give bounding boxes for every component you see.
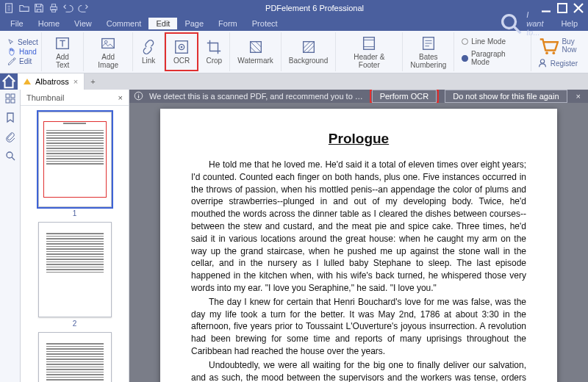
print-icon[interactable] <box>49 3 59 13</box>
ribbon-right: Buy Now Register <box>531 32 584 71</box>
menu-form[interactable]: Form <box>211 18 245 29</box>
bookmark-icon[interactable] <box>4 112 16 123</box>
svg-point-11 <box>181 46 183 48</box>
svg-rect-2 <box>51 4 55 7</box>
edit-tool[interactable]: Edit <box>7 57 32 65</box>
header-footer-button[interactable]: Header & Footer <box>340 34 398 71</box>
doc-paragraph: He told me that he loved me. He'd said i… <box>191 159 526 295</box>
line-mode-radio[interactable]: Line Mode <box>462 37 506 46</box>
undo-icon[interactable] <box>63 3 74 13</box>
paragraph-mode-radio[interactable]: Paragraph Mode <box>462 50 523 66</box>
window-title: PDFelement 6 Professional <box>93 4 537 12</box>
radio-on-icon <box>462 55 468 62</box>
document-tab[interactable]: Albatross × <box>18 73 85 90</box>
menu-view[interactable]: View <box>67 18 99 29</box>
svg-rect-21 <box>6 99 10 103</box>
register-button[interactable]: Register <box>537 58 578 68</box>
side-toolbar <box>0 90 21 382</box>
document-tab-bar: Albatross × + <box>0 73 588 90</box>
info-icon <box>134 91 143 102</box>
select-tool[interactable]: Select <box>7 38 38 46</box>
hand-tool[interactable]: Hand <box>7 47 37 56</box>
svg-rect-4 <box>558 4 567 12</box>
text-icon <box>54 35 71 51</box>
attachment-icon[interactable] <box>4 131 16 143</box>
add-image-button[interactable]: Add Image <box>88 34 128 71</box>
tool-mode-group: Select Hand Edit <box>4 32 42 71</box>
background-button[interactable]: Background <box>286 37 331 66</box>
menu-protect[interactable]: Protect <box>245 18 285 29</box>
banner-close-icon[interactable]: × <box>573 92 584 101</box>
app-icon <box>4 3 15 13</box>
home-tab-button[interactable] <box>0 73 18 90</box>
crop-icon <box>206 39 222 55</box>
quick-access <box>0 3 93 13</box>
document-area: We detect this is a scanned PDF, and rec… <box>129 90 588 382</box>
watermark-icon <box>248 39 264 55</box>
thumbnail-panel: Thumbnail × 1 2 3 <box>21 90 129 382</box>
svg-rect-20 <box>11 94 15 98</box>
watermark-button[interactable]: Watermark <box>234 37 276 66</box>
thumbnail-panel-close[interactable]: × <box>118 93 123 102</box>
page-number: 2 <box>38 320 112 328</box>
tab-title: Albatross <box>35 77 69 86</box>
thumbnail-panel-title: Thumbnail <box>26 93 64 102</box>
radio-off-icon <box>462 38 468 45</box>
svg-point-16 <box>545 51 548 54</box>
buy-now-button[interactable]: Buy Now <box>537 35 578 57</box>
thumbnail-panel-icon[interactable] <box>4 93 16 104</box>
menu-bar: File Home View Comment Edit Page Form Pr… <box>0 16 588 31</box>
thumbnail-list[interactable]: 1 2 3 <box>21 106 129 382</box>
svg-point-18 <box>540 60 544 63</box>
add-text-button[interactable]: Add Text <box>46 34 79 71</box>
doc-heading: Prologue <box>191 131 526 147</box>
link-icon <box>140 39 157 55</box>
menu-comment[interactable]: Comment <box>99 18 149 29</box>
bates-button[interactable]: Bates Numbering <box>407 34 449 71</box>
header-footer-icon <box>361 35 377 51</box>
ocr-icon <box>173 39 190 55</box>
svg-point-23 <box>7 152 12 158</box>
open-icon[interactable] <box>19 3 29 13</box>
background-icon <box>301 39 317 55</box>
pdf-page[interactable]: Prologue He told me that he loved me. He… <box>160 109 557 382</box>
thumbnail-page[interactable]: 2 <box>38 222 112 328</box>
perform-ocr-button[interactable]: Perform OCR <box>372 90 437 103</box>
image-icon <box>100 35 116 51</box>
svg-rect-19 <box>6 94 10 98</box>
doc-paragraph: Undoubtedly, we were all waiting for the… <box>191 359 526 382</box>
crop-button[interactable]: Crop <box>203 37 225 66</box>
thumbnail-page[interactable]: 1 <box>38 112 112 217</box>
menu-page[interactable]: Page <box>177 18 211 29</box>
tab-close-icon[interactable]: × <box>74 77 78 86</box>
ribbon: Select Hand Edit Add Text Add Image Link… <box>0 31 588 73</box>
close-button[interactable] <box>572 1 585 15</box>
page-number: 1 <box>38 209 112 217</box>
search-panel-icon[interactable] <box>4 150 16 162</box>
menu-file[interactable]: File <box>3 18 31 29</box>
maximize-button[interactable] <box>556 1 569 15</box>
banner-message: We detect this is a scanned PDF, and rec… <box>149 92 364 101</box>
svg-point-5 <box>502 15 515 29</box>
warning-icon <box>24 79 31 84</box>
new-tab-button[interactable]: + <box>85 77 101 86</box>
menu-help[interactable]: Help <box>553 18 585 29</box>
save-icon[interactable] <box>34 3 44 13</box>
bates-icon <box>420 35 437 51</box>
ocr-banner: We detect this is a scanned PDF, and rec… <box>129 90 588 103</box>
link-button[interactable]: Link <box>137 37 159 66</box>
menu-home[interactable]: Home <box>31 18 67 29</box>
svg-point-17 <box>552 51 555 54</box>
svg-point-8 <box>105 40 108 43</box>
redo-icon[interactable] <box>78 3 88 13</box>
workspace: Thumbnail × 1 2 3 We detect this is a sc… <box>0 90 588 382</box>
thumbnail-page[interactable]: 3 <box>38 332 112 382</box>
svg-rect-14 <box>364 37 375 49</box>
ocr-button[interactable]: OCR <box>171 37 193 66</box>
svg-rect-22 <box>11 99 15 103</box>
doc-paragraph: The day I knew for certain that Henri Bo… <box>191 296 526 358</box>
menu-edit[interactable]: Edit <box>148 18 177 29</box>
dismiss-banner-button[interactable]: Do not show for this file again <box>445 90 567 103</box>
